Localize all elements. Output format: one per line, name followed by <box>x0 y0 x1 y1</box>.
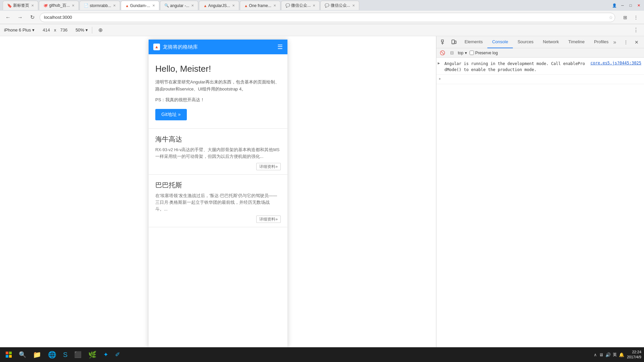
mobile-frame: ▲ 龙骑将的格纳库 ☰ Hello, Meister! 清明节在家里研究Angu… <box>149 40 287 347</box>
refresh-button[interactable]: ↻ <box>28 13 37 22</box>
console-content: ▶ Angular is running in the development … <box>436 58 644 347</box>
app-brand-text: 龙骑将的格纳库 <box>163 44 198 50</box>
card-title: 海牛高达 <box>155 135 281 144</box>
show-hidden-icon[interactable]: ∧ <box>594 352 597 357</box>
tab-close-icon[interactable]: ✕ <box>113 4 116 7</box>
back-button[interactable]: ← <box>3 13 13 22</box>
preserve-log-checkbox[interactable] <box>470 51 474 55</box>
notification-icon[interactable]: 🔔 <box>619 352 624 357</box>
more-tabs-icon[interactable]: » <box>613 39 616 45</box>
tab-active[interactable]: ▲ Gundam-... ✕ <box>121 1 159 10</box>
hero-ps: PS：我真的很想开高达！ <box>155 97 281 103</box>
card-more: 详细资料» <box>155 216 281 222</box>
devtools-settings-button[interactable]: ⋮ <box>621 38 631 47</box>
forward-button[interactable]: → <box>15 13 25 22</box>
expand-icon[interactable]: ▶ <box>436 59 443 67</box>
tab-timeline[interactable]: Timeline <box>564 36 589 48</box>
close-button[interactable]: ✕ <box>636 3 641 8</box>
bookmark-icon[interactable]: ☆ <box>609 15 613 20</box>
device-toolbar: iPhone 6 Plus ▾ 414 x 736 50% ▾ ⊕ ⋮ <box>0 24 644 36</box>
devtools-close-button[interactable]: ✕ <box>632 38 641 47</box>
clock-time: 22:24 <box>627 350 641 355</box>
taskbar-editor[interactable]: S <box>60 349 70 361</box>
toolbar-divider <box>92 27 92 34</box>
start-button[interactable] <box>3 349 15 361</box>
taskbar-system-tray: ∧ 🖥 🔊 英 🔔 22:24 2017/4/9 <box>594 350 641 360</box>
tab[interactable]: ▲ One frame... ✕ <box>240 1 280 10</box>
clock-date: 2017/4/9 <box>627 355 641 360</box>
tab-close-icon[interactable]: ✕ <box>273 4 276 7</box>
tab[interactable]: 💬 微信公众... ✕ <box>281 1 320 10</box>
tab-profiles[interactable]: Profiles <box>589 36 613 48</box>
viewport-height[interactable]: 736 <box>60 27 67 33</box>
tab-network[interactable]: Network <box>538 36 564 48</box>
sensor-toggle[interactable]: ⊕ <box>96 26 104 34</box>
source-file-link[interactable]: core.es5.js?0445:3025 <box>588 59 644 67</box>
devtools-panel: Elements Console Sources Network Timelin… <box>436 36 644 347</box>
filter-button[interactable]: ⊟ <box>448 50 455 56</box>
console-arrow-entry: ▶ <box>436 75 644 84</box>
zoom-value: 50% <box>75 27 84 33</box>
app-brand: ▲ 龙骑将的格纳库 <box>153 44 277 50</box>
more-link[interactable]: 详细资料» <box>256 216 281 223</box>
tab[interactable]: 🔖 新标签页 ✕ <box>3 1 38 10</box>
more-link[interactable]: 详细资料» <box>256 163 281 170</box>
console-message: Angular is running in the development mo… <box>443 59 588 74</box>
tab-close-icon[interactable]: ✕ <box>31 4 34 7</box>
preserve-log-label[interactable]: Preserve log <box>470 51 498 55</box>
tab[interactable]: 📄 stormrabb... ✕ <box>79 1 120 10</box>
tab-sources[interactable]: Sources <box>513 36 538 48</box>
tab[interactable]: 🐙 github_百... ✕ <box>39 1 79 10</box>
execution-context-selector[interactable]: top ▾ <box>458 51 467 55</box>
tab[interactable]: 💬 微信公众... ✕ <box>320 1 359 10</box>
address-bar[interactable] <box>40 13 615 22</box>
hamburger-icon[interactable]: ☰ <box>277 43 283 51</box>
menu-button[interactable]: ⋮ <box>631 13 641 22</box>
taskbar-app2[interactable]: ✐ <box>112 349 123 361</box>
extensions-button[interactable]: ⊞ <box>621 13 630 22</box>
tab-favicon: ▲ <box>203 4 207 8</box>
taskbar-browser2[interactable]: 🌿 <box>86 349 99 361</box>
more-options-button[interactable]: ⋮ <box>632 26 640 34</box>
tab-favicon: 🔍 <box>164 3 169 8</box>
inspect-element-button[interactable] <box>439 38 448 47</box>
system-clock[interactable]: 22:24 2017/4/9 <box>627 350 641 360</box>
chevron-down-icon: ▾ <box>465 51 467 55</box>
hero-section: Hello, Meister! 清明节在家里研究Angular再出来的东西，包含… <box>149 54 287 129</box>
tab-favicon: 🔖 <box>7 3 12 8</box>
minimize-button[interactable]: ─ <box>620 3 625 8</box>
device-mode-button[interactable] <box>449 38 459 47</box>
viewport-width[interactable]: 414 <box>43 27 50 33</box>
clear-console-button[interactable]: 🚫 <box>439 50 446 56</box>
tab-close-icon[interactable]: ✕ <box>152 4 155 7</box>
taskbar-terminal[interactable]: ⬛ <box>71 349 84 361</box>
tab[interactable]: 🔍 angular -... ✕ <box>160 1 199 10</box>
console-prompt-icon[interactable]: ▶ <box>436 75 442 82</box>
device-selector[interactable]: iPhone 6 Plus ▾ <box>4 27 35 33</box>
taskbar-file-explorer[interactable]: 📁 <box>30 349 44 361</box>
tab-close-icon[interactable]: ✕ <box>232 4 235 7</box>
lang-icon[interactable]: 英 <box>613 352 617 358</box>
svg-rect-6 <box>6 352 8 354</box>
taskbar-app1[interactable]: ✦ <box>101 349 111 361</box>
zoom-selector[interactable]: 50% ▾ <box>75 27 88 33</box>
taskbar-search[interactable]: 🔍 <box>16 349 29 361</box>
devtools-toolbar: Elements Console Sources Network Timelin… <box>436 36 644 48</box>
git-link-button[interactable]: Git地址 » <box>155 109 187 120</box>
devtools-actions <box>439 38 459 47</box>
svg-rect-9 <box>9 355 12 358</box>
tab[interactable]: ▲ AngularJS... ✕ <box>199 1 239 10</box>
tab-console[interactable]: Console <box>487 36 513 48</box>
taskbar-chrome[interactable]: 🌐 <box>45 349 59 361</box>
tab-close-icon[interactable]: ✕ <box>352 4 355 7</box>
tab-close-icon[interactable]: ✕ <box>191 4 194 7</box>
user-icon-btn[interactable]: 👤 <box>612 3 617 8</box>
tab-elements[interactable]: Elements <box>460 36 487 48</box>
network-icon[interactable]: 🖥 <box>599 352 603 357</box>
volume-icon[interactable]: 🔊 <box>605 352 611 357</box>
tab-close-icon[interactable]: ✕ <box>72 4 74 7</box>
tab-close-icon[interactable]: ✕ <box>313 4 315 7</box>
browser-viewport: ▲ 龙骑将的格纳库 ☰ Hello, Meister! 清明节在家里研究Angu… <box>0 36 436 347</box>
maximize-button[interactable]: □ <box>628 3 633 8</box>
tab-favicon: 📄 <box>84 3 89 8</box>
